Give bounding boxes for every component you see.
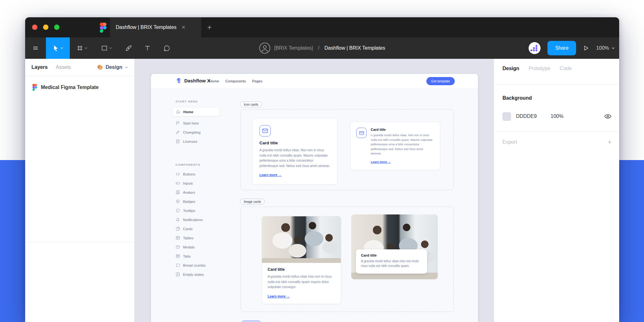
panel-tabs: Layers Assets 🎨 Design xyxy=(25,59,134,76)
breadcrumb-separator: / xyxy=(317,45,320,51)
sidebar-item-changelog[interactable]: Changelog xyxy=(175,128,223,137)
image-card-2[interactable]: Card title A gravida morbi tellus vitae … xyxy=(351,214,438,279)
sidebar-item-buttons[interactable]: Buttons xyxy=(175,169,223,179)
site-brand: Dashflow X xyxy=(176,78,210,84)
titlebar: Dashflow | BRIX Templates ✕ + xyxy=(25,17,619,37)
sidebar-item-cards[interactable]: Cards xyxy=(175,224,223,233)
bell-icon xyxy=(175,217,180,222)
fullscreen-traffic-light[interactable] xyxy=(54,25,59,30)
share-button[interactable]: Share xyxy=(547,41,576,55)
sidebar-item-label: Avatars xyxy=(183,191,195,194)
nav-home[interactable]: Home xyxy=(209,79,219,83)
visibility-eye-icon[interactable] xyxy=(604,114,612,119)
sidebar-item-label: Tooltips xyxy=(183,209,195,213)
sidebar-item-label: Tabs xyxy=(183,254,191,258)
cards-icon xyxy=(175,226,180,231)
card-body: A gravida morbi tellus vitae misi non in… xyxy=(361,259,422,268)
color-swatch[interactable] xyxy=(502,112,511,121)
icon-card-small[interactable]: Card title A gravida morbi tellus vitae.… xyxy=(350,122,440,170)
pen-tool-button[interactable] xyxy=(119,37,138,59)
modal-icon xyxy=(175,245,180,249)
sidebar-item-avatars[interactable]: Avatars xyxy=(175,188,223,197)
breadcrumb-project[interactable]: [BRIX Templates] xyxy=(274,45,313,51)
account-avatar-icon[interactable] xyxy=(259,42,270,54)
hamburger-icon xyxy=(32,45,39,51)
canvas[interactable]: Dashflow X Home Components Pages Get tem… xyxy=(134,59,494,322)
sidebar-item-bread-crumbs[interactable]: Bread crumbs xyxy=(175,261,223,270)
sidebar-item-licenses[interactable]: Licenses xyxy=(175,137,223,146)
sidebar-item-tabs[interactable]: Tabs xyxy=(175,252,223,261)
sidebar-item-empty-states[interactable]: Empty states xyxy=(175,270,223,279)
minimize-traffic-light[interactable] xyxy=(43,25,48,30)
team-photo xyxy=(262,216,341,263)
add-export-button[interactable]: + xyxy=(608,138,612,146)
chevron-down-icon xyxy=(109,47,112,49)
icon-card-large[interactable]: Card title A gravida morbi tellus vitae.… xyxy=(252,118,337,185)
sidebar-item-label: Cards xyxy=(183,227,193,231)
table-icon xyxy=(175,236,180,240)
nav-components[interactable]: Components xyxy=(225,79,246,83)
sidebar-item-modals[interactable]: Modals xyxy=(175,242,223,252)
close-traffic-light[interactable] xyxy=(32,25,37,30)
learn-more-link[interactable]: Learn more → xyxy=(259,173,282,177)
color-hex-value[interactable]: DDDDE9 xyxy=(516,114,551,119)
comment-tool-button[interactable] xyxy=(157,37,177,59)
figma-logo-icon xyxy=(100,23,107,33)
site-nav: Home Components Pages xyxy=(209,74,263,88)
file-tab[interactable]: Dashflow | BRIX Templates ✕ xyxy=(110,17,201,37)
learn-more-link[interactable]: Learn more → xyxy=(268,294,290,298)
collaborator-avatar[interactable] xyxy=(529,42,541,54)
get-template-button[interactable]: Get template xyxy=(426,77,455,85)
page-name: Design xyxy=(106,64,122,70)
section-tag-image-cards[interactable]: Image cards xyxy=(240,199,265,204)
nav-pages[interactable]: Pages xyxy=(252,79,263,83)
brand-name: Dashflow X xyxy=(184,78,210,83)
page-selector[interactable]: 🎨 Design xyxy=(97,64,128,70)
sidebar-item-label: Bread crumbs xyxy=(183,264,206,267)
text-tool-button[interactable] xyxy=(138,37,157,59)
sidebar-item-inputs[interactable]: Inputs xyxy=(175,179,223,188)
frame-tool-button[interactable] xyxy=(70,37,94,59)
sidebar-item-start-here[interactable]: Start here xyxy=(175,119,223,128)
sidebar-item-tables[interactable]: Tables xyxy=(175,233,223,242)
tab-code[interactable]: Code xyxy=(560,66,572,71)
sidebar-item-label: Changelog xyxy=(183,130,201,134)
color-opacity-value[interactable]: 100% xyxy=(551,114,564,119)
inspector-panel: Design Prototype Code Background DDDDE9 … xyxy=(494,59,619,322)
card-title: Card title xyxy=(259,141,330,145)
card-title: Card title xyxy=(268,267,335,272)
card-title: Card title xyxy=(371,128,434,131)
main-menu-button[interactable] xyxy=(25,37,46,59)
tab-close-icon[interactable]: ✕ xyxy=(181,25,186,30)
window-controls xyxy=(32,25,59,30)
present-play-icon[interactable] xyxy=(583,45,589,51)
design-frame[interactable]: Dashflow X Home Components Pages Get tem… xyxy=(151,74,478,322)
breadcrumb-icon xyxy=(175,263,180,268)
section-tag-icon-cards[interactable]: Icon cards xyxy=(240,102,262,107)
breadcrumb-filename[interactable]: Dashflow | BRIX Templates xyxy=(325,45,385,51)
export-section-row: Export + xyxy=(502,138,612,146)
sidebar-item-home[interactable]: Home xyxy=(172,107,219,116)
new-tab-button[interactable]: + xyxy=(202,17,217,37)
card-body: A gravida morbi tellus vitae. Nisi non i… xyxy=(259,147,330,168)
tab-prototype[interactable]: Prototype xyxy=(529,66,550,71)
image-card-1[interactable]: Card title A gravida morbi tellus vitae … xyxy=(262,216,341,304)
button-icon xyxy=(175,172,180,176)
shape-tool-button[interactable] xyxy=(94,37,119,59)
learn-more-link[interactable]: Learn more → xyxy=(371,160,391,164)
sidebar-item-tooltips[interactable]: Tooltips xyxy=(175,206,223,215)
divider xyxy=(494,84,619,85)
tab-design[interactable]: Design xyxy=(502,66,519,71)
move-tool-button[interactable] xyxy=(46,37,70,59)
tabs-icon xyxy=(175,254,180,258)
sidebar-item-label: Buttons xyxy=(183,172,195,176)
chevron-down-icon xyxy=(85,47,87,49)
tab-assets[interactable]: Assets xyxy=(56,64,71,70)
section-heading: START HERE xyxy=(175,100,198,103)
zoom-menu[interactable]: 100% xyxy=(596,45,615,51)
card-body: A gravida morbi tellus vitae misi non in… xyxy=(268,274,335,290)
layer-row[interactable]: Medical Figma Template xyxy=(32,84,99,91)
sidebar-item-badges[interactable]: Badges xyxy=(175,197,223,206)
sidebar-item-notifications[interactable]: Notifications xyxy=(175,215,223,224)
tab-layers[interactable]: Layers xyxy=(31,64,48,70)
